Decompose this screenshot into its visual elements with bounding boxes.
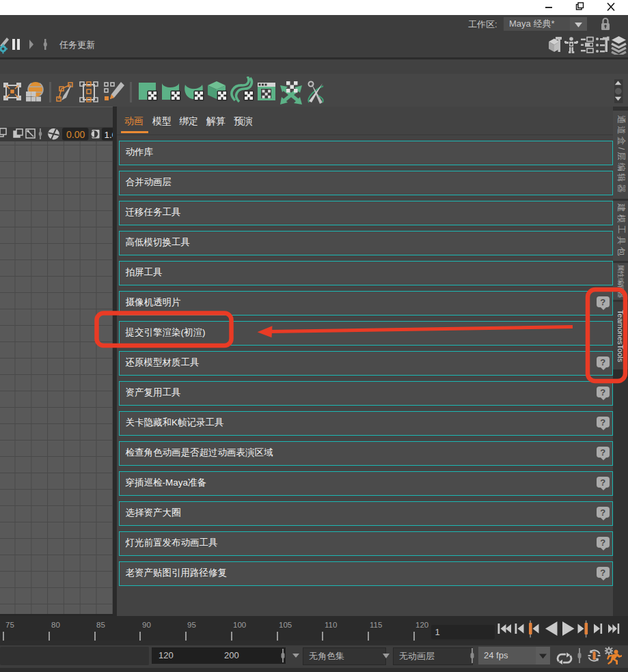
svg-text:0.00: 0.00 — [66, 129, 85, 140]
